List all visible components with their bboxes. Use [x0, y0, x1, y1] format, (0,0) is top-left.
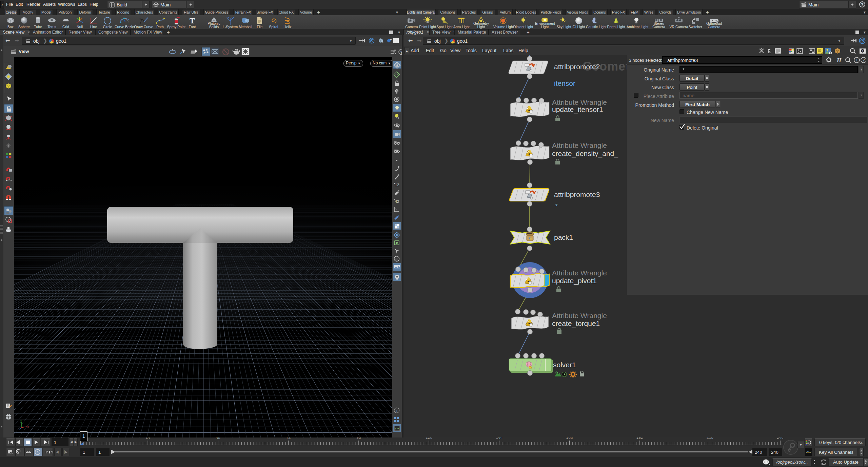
- svg-text:192: 192: [636, 437, 643, 440]
- svg-text:x: x: [27, 425, 29, 428]
- svg-text:120: 120: [426, 437, 432, 440]
- svg-text:i: i: [856, 58, 857, 62]
- svg-text:P: P: [203, 53, 205, 55]
- svg-text:144: 144: [496, 437, 502, 440]
- svg-text:24: 24: [145, 437, 150, 440]
- svg-text:72: 72: [286, 437, 291, 440]
- svg-text:H: H: [836, 57, 842, 63]
- svg-text:T: T: [190, 16, 195, 25]
- svg-text:12: 12: [395, 183, 399, 187]
- svg-text:168: 168: [566, 437, 573, 440]
- svg-text:216: 216: [707, 437, 713, 440]
- svg-text:?: ?: [863, 58, 865, 62]
- svg-text:48: 48: [216, 437, 221, 440]
- svg-text:y: y: [20, 420, 22, 423]
- svg-text:i: i: [396, 409, 397, 412]
- svg-text:?: ?: [861, 2, 863, 7]
- svg-text:96: 96: [356, 437, 361, 440]
